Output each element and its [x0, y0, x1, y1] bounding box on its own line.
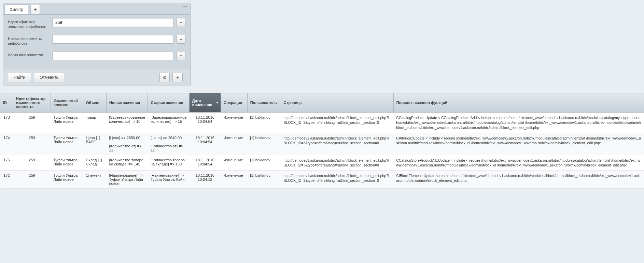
- cell-date: 18.11.2016 10:04:12: [189, 171, 221, 189]
- cell-user: [1] baklanov: [247, 155, 281, 170]
- filter-input-id[interactable]: [52, 18, 174, 27]
- filter-collapse-icon[interactable]: [183, 6, 187, 7]
- cell-date: 18.11.2016 10:04:54: [189, 133, 221, 155]
- filter-panel: Фильтр + Идентификатор элемента инфоблок…: [3, 3, 191, 86]
- cell-object: Элемент: [83, 171, 107, 189]
- filter-body: Идентификатор элемента инфоблока: − Назв…: [3, 15, 190, 69]
- filter-remove-button[interactable]: −: [177, 51, 185, 60]
- results-table: ID Идентификатор изменяемого элемента Из…: [0, 93, 644, 189]
- cell-user: [1] baklanov: [247, 113, 281, 133]
- cell-new-values: [Зарезервированное количество] => 10: [107, 113, 148, 133]
- cell-old-values: [Количество товара на складе] => 150: [148, 155, 189, 170]
- filter-remove-button[interactable]: −: [177, 35, 185, 44]
- col-funcs[interactable]: Порядок вызовов функций: [393, 93, 644, 113]
- col-ident[interactable]: Идентификатор изменяемого элемента: [13, 93, 51, 113]
- cell-id: 175: [0, 155, 13, 170]
- cell-new-values: [Наименование] => Туфли Ультра Лайн ново…: [107, 171, 148, 189]
- table-row[interactable]: 172259Туфли Ультра Лайн новоеЭлемент[Наи…: [0, 171, 644, 189]
- cell-page: http://demodev1.askaron.ru/bitrix/admin/…: [281, 133, 393, 155]
- filter-footer: Найти Отменить ⚙ +: [3, 69, 190, 86]
- cell-old-values: [Наименование] => Туфли Ультра Лайн: [148, 171, 189, 189]
- filter-label-login: Логин пользователя:: [8, 51, 52, 57]
- cell-old-values: [Цена] => 2640.00 [Количество от] => 11: [148, 133, 189, 155]
- cell-element: Туфли Ультра Лайн новое: [51, 171, 83, 189]
- cell-new-values: [Количество товара на складе] => 145: [107, 155, 148, 170]
- filter-add-tab-button[interactable]: +: [30, 5, 40, 14]
- gear-icon: ⚙: [163, 75, 167, 80]
- col-old-values[interactable]: Старые значения: [148, 93, 189, 113]
- cell-ident: 259: [13, 133, 51, 155]
- cell-operation: Изменение: [221, 113, 247, 133]
- cell-ident: 259: [13, 155, 51, 170]
- cell-object: Товар: [83, 113, 107, 133]
- cell-id: 173: [0, 113, 13, 133]
- cell-element: Туфли Ультра Лайн новое: [51, 113, 83, 133]
- col-new-values[interactable]: Новые значения: [107, 93, 148, 113]
- filter-tab[interactable]: Фильтр: [4, 4, 28, 14]
- col-page[interactable]: Страница: [281, 93, 393, 113]
- find-button[interactable]: Найти: [8, 73, 31, 82]
- col-object[interactable]: Объект: [83, 93, 107, 113]
- filter-tabs: Фильтр +: [3, 3, 190, 15]
- filter-row: Логин пользователя: −: [8, 51, 185, 60]
- filter-label-name: Название элемента инфоблока:: [8, 35, 52, 46]
- filter-input-name[interactable]: [52, 35, 174, 44]
- table-row[interactable]: 175259Туфли Ультра Лайн новоеСклад [1] С…: [0, 155, 644, 170]
- cell-object: Цена [1] BASE: [83, 133, 107, 155]
- cell-funcs: CIBlockElement::Update < require /home/b…: [393, 171, 644, 189]
- filter-row: Название элемента инфоблока: −: [8, 35, 185, 46]
- cell-id: 172: [0, 171, 13, 189]
- cell-funcs: CCatalogStoreProductAll::Update < includ…: [393, 155, 644, 170]
- settings-button[interactable]: ⚙: [159, 73, 170, 82]
- cell-date: 18.11.2016 10:04:54: [189, 113, 221, 133]
- col-operation[interactable]: Операция: [221, 93, 247, 113]
- cancel-button[interactable]: Отменить: [34, 73, 64, 82]
- table-row[interactable]: 173259Туфли Ультра Лайн новоеТовар[Зарез…: [0, 113, 644, 133]
- add-filter-button[interactable]: +: [172, 73, 183, 82]
- col-element[interactable]: Изменяемый элемент: [51, 93, 83, 113]
- cell-user: [1] baklanov: [247, 133, 281, 155]
- cell-page: http://demodev1.askaron.ru/bitrix/admin/…: [281, 113, 393, 133]
- cell-new-values: [Цена] => 2650.00 [Количество от] => 11: [107, 133, 148, 155]
- cell-funcs: CAllPrice::Update < include < require /h…: [393, 133, 644, 155]
- col-user[interactable]: Пользователь: [247, 93, 281, 113]
- cell-object: Склад [1] Склад: [83, 155, 107, 170]
- cell-operation: Изменение: [221, 171, 247, 189]
- filter-row: Идентификатор элемента инфоблока: −: [8, 18, 185, 29]
- cell-date: 18.11.2016 10:04:54: [189, 155, 221, 170]
- filter-input-login[interactable]: [52, 51, 174, 60]
- cell-operation: Изменение: [221, 155, 247, 170]
- cell-operation: Изменение: [221, 133, 247, 155]
- cell-element: Туфли Ультра Лайн новое: [51, 155, 83, 170]
- filter-label-id: Идентификатор элемента инфоблока:: [8, 18, 52, 29]
- cell-ident: 259: [13, 171, 51, 189]
- cell-ident: 259: [13, 113, 51, 133]
- col-date[interactable]: Дата изменения: [189, 93, 221, 113]
- cell-page: http://demodev1.askaron.ru/bitrix/admin/…: [281, 155, 393, 170]
- plus-icon: +: [176, 75, 179, 80]
- col-id[interactable]: ID: [0, 93, 13, 113]
- cell-element: Туфли Ультра Лайн новое: [51, 133, 83, 155]
- cell-page: http://demodev1.askaron.ru/bitrix/admin/…: [281, 171, 393, 189]
- table-row[interactable]: 174259Туфли Ультра Лайн новоеЦена [1] BA…: [0, 133, 644, 155]
- results-table-wrap: ID Идентификатор изменяемого элемента Из…: [0, 93, 644, 189]
- cell-funcs: CCatalogProduct::Update < CCatalogProduc…: [393, 113, 644, 133]
- filter-remove-button[interactable]: −: [177, 18, 185, 27]
- cell-id: 174: [0, 133, 13, 155]
- table-header-row: ID Идентификатор изменяемого элемента Из…: [0, 93, 644, 113]
- cell-user: [1] baklanov: [247, 171, 281, 189]
- cell-old-values: [Зарезервированное количество] => 15: [148, 113, 189, 133]
